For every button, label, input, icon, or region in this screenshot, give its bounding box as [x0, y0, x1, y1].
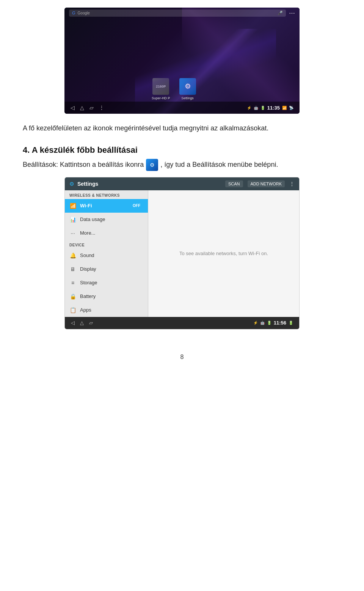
- android-icon: 🤖: [254, 106, 258, 110]
- add-network-button[interactable]: ADD NETWORK: [248, 180, 285, 187]
- settings-inline-icon: ⚙: [146, 159, 158, 171]
- header-more-icon[interactable]: ⋮: [289, 181, 295, 187]
- top-screenshot: G Google 🎤 ⋯ 2160P Super-HD P ⚙: [64, 8, 300, 114]
- page-number: 8: [180, 354, 184, 361]
- super-hd-label: Super-HD P: [152, 96, 170, 100]
- settings-screenshot: ⚙ Settings SCAN ADD NETWORK ⋮ WIRELESS &…: [64, 177, 300, 329]
- device-screen-1: G Google 🎤 ⋯ 2160P Super-HD P ⚙: [64, 8, 300, 114]
- sidebar-item-wifi[interactable]: 📶 Wi-Fi OFF: [65, 199, 148, 213]
- battery-icon-1: 🔋: [260, 106, 265, 110]
- data-usage-icon: 📊: [69, 216, 76, 223]
- scan-button[interactable]: SCAN: [225, 180, 243, 187]
- grid-menu-icon[interactable]: ⋯: [289, 9, 295, 17]
- mic-icon: 🎤: [278, 11, 283, 16]
- status-right-1: ⚡ 🤖 🔋 11:35 📶 📡: [247, 105, 293, 111]
- more-label: More...: [80, 230, 143, 236]
- sidebar-item-data-usage[interactable]: 📊 Data usage: [65, 213, 148, 226]
- settings-nav-icons: ◁ △ ▱: [71, 320, 93, 326]
- sidebar-item-more[interactable]: ··· More...: [65, 226, 148, 240]
- apps-icon: 📋: [69, 307, 76, 313]
- wifi-label: Wi-Fi: [80, 203, 126, 208]
- storage-icon: ≡: [69, 280, 76, 286]
- settings-time: 11:56: [274, 320, 286, 326]
- settings-main-content: To see available networks, turn Wi-Fi on…: [148, 190, 299, 317]
- settings-back-icon[interactable]: ◁: [71, 320, 75, 326]
- sound-label: Sound: [80, 252, 143, 258]
- super-hd-icon[interactable]: 2160P Super-HD P: [152, 78, 170, 100]
- usb-icon: ⚡: [247, 106, 251, 110]
- section-heading: 4. A készülék főbb beállításai Beállítás…: [23, 145, 341, 171]
- google-logo: G: [72, 11, 75, 15]
- settings-sidebar: WIRELESS & NETWORKS 📶 Wi-Fi OFF 📊 Data u…: [65, 190, 148, 317]
- header-actions: SCAN ADD NETWORK ⋮: [225, 180, 295, 187]
- wifi-toggle[interactable]: OFF: [130, 203, 143, 208]
- nav-icons-1: ◁ △ ▱ ⋮: [71, 105, 104, 111]
- settings-title-label: Settings: [77, 181, 98, 187]
- display-icon: 🖥: [69, 266, 76, 272]
- more-icon: ···: [69, 230, 76, 236]
- status-time-1: 11:35: [267, 105, 280, 111]
- menu-dots-icon[interactable]: ⋮: [99, 105, 104, 111]
- super-hd-label-img: 2160P: [156, 85, 166, 88]
- wifi-message: To see available networks, turn Wi-Fi on…: [172, 243, 276, 264]
- wifi-icon-1: 📶: [282, 106, 287, 110]
- description-before: Beállítások: Kattintson a beállítás ikon…: [23, 159, 144, 170]
- settings-recents-icon[interactable]: ▱: [89, 320, 93, 326]
- battery-label: Battery: [80, 293, 143, 299]
- bottom-nav-bar-1: ◁ △ ▱ ⋮ ⚡ 🤖 🔋 11:35 📶 📡: [64, 102, 300, 114]
- settings-image: ⚙: [179, 78, 196, 95]
- section-title: 4. A készülék főbb beállításai: [23, 145, 341, 155]
- home-icon[interactable]: △: [80, 105, 84, 111]
- settings-gear-icon: ⚙: [150, 161, 155, 169]
- settings-bottom-bar: ◁ △ ▱ ⚡ 🤖 🔋 11:56 🔋: [65, 317, 299, 329]
- sidebar-item-display[interactable]: 🖥 Display: [65, 262, 148, 276]
- settings-header: ⚙ Settings SCAN ADD NETWORK ⋮: [65, 177, 299, 190]
- settings-icon-symbol: ⚙: [185, 82, 191, 91]
- data-usage-label: Data usage: [80, 216, 143, 222]
- home-screen: G Google 🎤 ⋯ 2160P Super-HD P ⚙: [64, 8, 300, 114]
- desktop-icons: 2160P Super-HD P ⚙ Settings: [152, 78, 196, 100]
- settings-icon-header: ⚙: [69, 181, 74, 187]
- display-label: Display: [80, 266, 143, 272]
- google-label: Google: [78, 11, 90, 15]
- settings-home-icon[interactable]: △: [80, 320, 84, 326]
- settings-status-right: ⚡ 🤖 🔋 11:56 🔋: [253, 320, 293, 326]
- back-icon[interactable]: ◁: [71, 105, 75, 111]
- storage-label: Storage: [80, 280, 143, 285]
- description-after: , így tud a Beállítások menübe belépni.: [160, 159, 278, 170]
- settings-icon[interactable]: ⚙ Settings: [179, 78, 196, 100]
- top-bar: G Google 🎤 ⋯: [64, 8, 300, 18]
- sidebar-item-battery[interactable]: 🔒 Battery: [65, 290, 148, 303]
- sound-icon: 🔔: [69, 252, 76, 259]
- settings-battery-icon: 🔋: [267, 321, 271, 325]
- google-search-bar[interactable]: G Google 🎤: [69, 9, 286, 17]
- sidebar-item-storage[interactable]: ≡ Storage: [65, 276, 148, 290]
- super-hd-image: 2160P: [152, 78, 169, 95]
- settings-device: ⚙ Settings SCAN ADD NETWORK ⋮ WIRELESS &…: [64, 177, 300, 329]
- settings-usb-icon: ⚡: [253, 321, 258, 325]
- section-title-text: A készülék főbb beállításai: [32, 145, 138, 155]
- settings-title-bar: ⚙ Settings: [69, 181, 98, 187]
- section-description: Beállítások: Kattintson a beállítás ikon…: [23, 159, 341, 171]
- settings-body: WIRELESS & NETWORKS 📶 Wi-Fi OFF 📊 Data u…: [65, 190, 299, 317]
- battery-icon: 🔒: [69, 293, 76, 299]
- sidebar-item-apps[interactable]: 📋 Apps: [65, 303, 148, 317]
- paragraph-block: A fő kezelőfelületen az ikonok megérinté…: [23, 123, 341, 134]
- settings-icon-label: Settings: [181, 96, 194, 100]
- apps-label: Apps: [80, 307, 143, 313]
- settings-battery-icon-2: 🔋: [289, 321, 293, 325]
- wifi-icon: 📶: [69, 203, 76, 209]
- section-number: 4.: [23, 145, 30, 155]
- signal-icon-1: 📡: [289, 106, 293, 110]
- paragraph-text: A fő kezelőfelületen az ikonok megérinté…: [23, 123, 341, 134]
- wireless-networks-label: WIRELESS & NETWORKS: [65, 190, 148, 199]
- settings-android-icon: 🤖: [260, 321, 265, 325]
- recents-icon[interactable]: ▱: [89, 105, 94, 111]
- sidebar-item-sound[interactable]: 🔔 Sound: [65, 249, 148, 262]
- device-label: DEVICE: [65, 240, 148, 249]
